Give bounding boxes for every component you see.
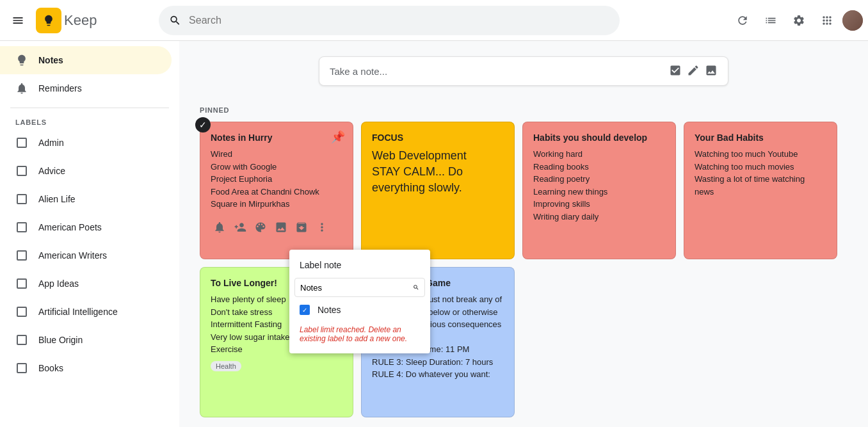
health-badge: Health [211,361,241,371]
label-icon-alien-life [15,193,28,205]
note-card-habits[interactable]: Habits you should develop Working hard R… [522,122,676,259]
app-header: Keep [0,0,868,41]
note-body-habits: Working hard Reading books Reading poetr… [533,148,665,223]
settings-button[interactable] [786,8,812,33]
image-icon[interactable] [705,64,718,79]
label-limit-warning: Label limit reached. Delete an existing … [289,320,430,348]
label-dropdown: Label note ✓ Notes Label limit reached. … [289,250,430,353]
sidebar-label-ai: Artificial Intelligence [38,307,118,317]
label-icon-admin [15,136,28,149]
sidebar-divider [10,108,169,108]
sidebar-reminders-label: Reminders [38,83,82,93]
sidebar-item-alien-life[interactable]: Alien Life [0,185,172,213]
note-line: Wired [211,148,342,161]
pinned-section-label: PINNED [200,106,848,114]
note-input-placeholder: Take a note... [330,66,661,77]
note-input-bar[interactable]: Take a note... [319,56,728,86]
note-body-notes-in-hurry: Wired Grow with Google Project Euphoria … [211,148,342,211]
reminder-action-live-longer[interactable] [211,379,229,397]
label-icon-app-ideas [15,277,28,290]
apps-button[interactable] [814,8,840,33]
sidebar-label-alien-life: Alien Life [38,194,76,204]
label-search[interactable] [294,278,425,297]
archive-action[interactable] [293,218,310,236]
sidebar-label-admin: Admin [38,138,64,148]
label-icon-blue-origin [15,334,28,346]
sidebar-item-artificial-intelligence[interactable]: Artificial Intelligence [0,298,172,326]
logo-icon [36,8,61,33]
sidebar-item-admin[interactable]: Admin [0,129,172,157]
reminder-action-habits[interactable] [533,230,551,248]
more-action[interactable] [313,218,331,236]
label-icon-american-poets [15,221,28,234]
note-card-notes-in-hurry[interactable]: ✓ Notes in Hurry 📌 Wired Grow with Googl… [200,122,353,259]
note-title-notes-in-hurry: Notes in Hurry [211,133,342,143]
note-line: Square in Mirpurkhas [211,198,342,211]
sidebar-label-books: Books [38,363,63,373]
logo-text: Keep [64,12,97,29]
reminder-action-bad-habits[interactable] [695,205,712,223]
notes-checkbox[interactable]: ✓ [300,305,310,315]
label-search-input[interactable] [300,283,408,293]
label-icon-advice [15,165,28,177]
reminder-action-focus[interactable] [372,204,390,222]
logo[interactable]: Keep [36,8,97,33]
sidebar-label-american-writers: American Writers [38,250,107,261]
checkbox-icon[interactable] [669,64,682,79]
refresh-button[interactable] [730,8,755,33]
reminder-action-rules[interactable] [372,389,390,407]
search-bar[interactable] [159,6,620,35]
main-content: Take a note... PINNED ✓ Notes in Hurry [179,41,868,427]
note-line: Grow with Google [211,161,342,173]
label-item-notes[interactable]: ✓ Notes [289,300,430,320]
sidebar-item-blue-origin[interactable]: Blue Origin [0,326,172,354]
labels-heading: LABELS [0,113,179,129]
sidebar-item-notes[interactable]: Notes [0,46,172,74]
avatar[interactable] [842,10,863,31]
bell-icon [15,82,28,95]
sidebar-label-american-poets: American Poets [38,222,102,232]
lightbulb-icon [15,54,28,67]
sidebar-item-books[interactable]: Books [0,354,172,382]
note-title-focus: FOCUS [372,133,504,143]
color-action[interactable] [252,218,269,236]
note-actions-notes-in-hurry [211,218,342,236]
note-line: Food Area at Chandni Chowk [211,186,342,198]
sidebar-item-american-poets[interactable]: American Poets [0,213,172,241]
note-card-bad-habits[interactable]: Your Bad Habits Watching too much Youtub… [684,122,837,259]
collaborator-action[interactable] [231,218,249,236]
search-icon [169,14,181,27]
search-input[interactable] [189,15,609,26]
note-card-focus[interactable]: FOCUS Web DevelopmentSTAY CALM... Do eve… [361,122,515,259]
sidebar: Notes Reminders LABELS Admin Advice Alie… [0,41,179,427]
sidebar-label-blue-origin: Blue Origin [38,335,83,345]
sidebar-item-american-writers[interactable]: American Writers [0,241,172,270]
note-title-habits: Habits you should develop [533,133,665,143]
label-icon-american-writers [15,249,28,262]
note-title-bad-habits: Your Bad Habits [695,133,826,143]
sidebar-label-app-ideas: App Ideas [38,278,79,289]
note-line: Project Euphoria [211,173,342,186]
note-body-focus: Web DevelopmentSTAY CALM... Do everythin… [372,148,504,197]
sidebar-item-reminders[interactable]: Reminders [0,74,172,102]
label-icon-books [15,362,28,375]
menu-button[interactable] [5,8,31,33]
sidebar-label-advice: Advice [38,166,65,176]
label-icon-ai [15,305,28,318]
sidebar-notes-label: Notes [38,55,63,65]
reminder-action[interactable] [211,218,229,236]
pin-icon[interactable]: 📌 [331,130,345,144]
pen-icon[interactable] [687,64,700,79]
search-icon-small [413,281,419,294]
label-dropdown-title: Label note [289,255,430,275]
list-view-button[interactable] [758,8,784,33]
sidebar-item-app-ideas[interactable]: App Ideas [0,270,172,298]
note-body-bad-habits: Watching too much Youtube Watching too m… [695,148,826,198]
selected-checkmark: ✓ [195,117,211,133]
label-item-notes-text: Notes [317,305,341,315]
sidebar-item-advice[interactable]: Advice [0,157,172,185]
image-action[interactable] [272,218,290,236]
